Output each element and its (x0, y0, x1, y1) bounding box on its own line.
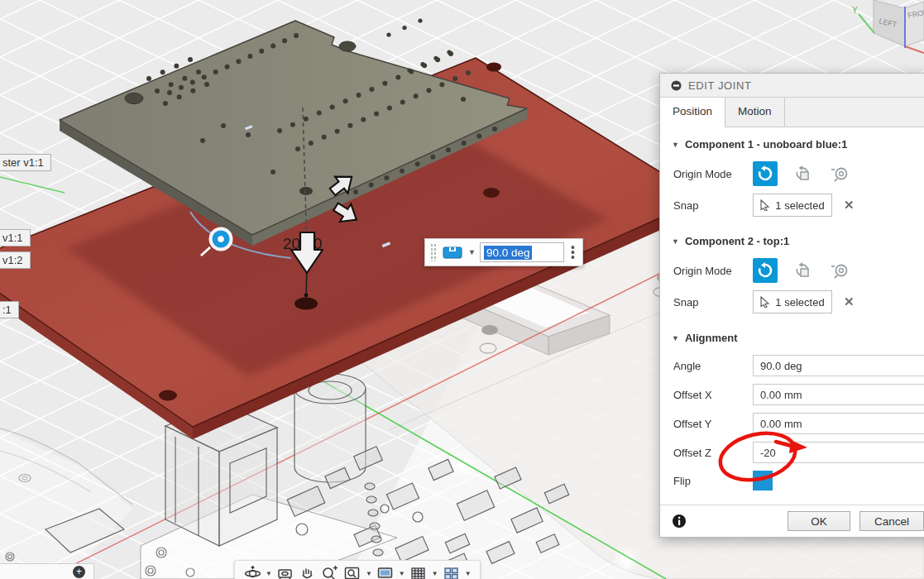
component-label-v11[interactable]: v1:1 (0, 229, 31, 246)
rigid-joint-icon (443, 245, 462, 260)
dialog-footer: OK Cancel (660, 505, 924, 537)
dialog-titlebar[interactable]: EDIT JOINT (660, 74, 924, 98)
tab-motion[interactable]: Motion (725, 98, 785, 127)
simple-origin-icon (757, 165, 773, 182)
cursor-icon (760, 296, 770, 308)
offset-z-field[interactable] (753, 442, 924, 463)
grid-caret-icon[interactable]: ▼ (431, 570, 439, 577)
origin-mode-two-edges-button-2[interactable] (827, 258, 852, 283)
collapse-triangle-icon: ▼ (672, 141, 679, 149)
navigation-toolbar: ▼ ▼ ▼ (234, 560, 481, 579)
viewports-icon[interactable] (442, 563, 462, 579)
offset-x-field[interactable] (753, 384, 924, 405)
origin-mode-label: Origin Mode (673, 265, 753, 277)
snap-label: Snap (673, 296, 753, 309)
comments-bar: + (0, 563, 94, 579)
display-caret-icon[interactable]: ▼ (398, 570, 406, 577)
between-two-edges-icon (831, 261, 849, 280)
offset-y-label: Offset Y (673, 418, 753, 430)
dialog-title: EDIT JOINT (688, 79, 752, 92)
orbit-caret-icon[interactable]: ▼ (265, 570, 273, 577)
snap-selection-component1[interactable]: 1 selected (753, 194, 832, 217)
view-cube-y-axis-label: Y (852, 6, 858, 15)
grid-settings-icon[interactable] (409, 563, 428, 579)
origin-mode-two-edges-button[interactable] (827, 161, 852, 186)
flip-label: Flip (673, 475, 753, 487)
orbit-icon[interactable] (242, 563, 262, 579)
look-at-icon[interactable] (275, 563, 295, 579)
clear-selection-icon[interactable]: ✕ (844, 198, 855, 213)
joint-type-caret[interactable]: ▼ (468, 249, 476, 256)
angle-value-selected-text: 90.0 deg (484, 246, 533, 260)
info-icon[interactable] (672, 514, 687, 529)
collapse-triangle-icon: ▼ (672, 334, 679, 342)
between-two-faces-icon (793, 261, 811, 280)
expand-plus-icon[interactable]: + (73, 566, 85, 578)
angle-label: Angle (673, 360, 753, 372)
fit-caret-icon[interactable]: ▼ (365, 570, 373, 577)
collapse-triangle-icon: ▼ (672, 237, 679, 246)
zoom-icon[interactable] (320, 563, 340, 579)
origin-mode-simple-button-2[interactable] (753, 258, 778, 283)
section-component2[interactable]: ▼ Component 2 - top:1 (660, 224, 924, 251)
origin-mode-between-faces-button[interactable] (790, 161, 815, 186)
more-options-menu[interactable]: ••• (568, 245, 577, 261)
origin-mode-between-faces-button-2[interactable] (790, 258, 815, 283)
snap-label: Snap (673, 199, 753, 212)
component-label-master[interactable]: ster v1:1 (0, 154, 51, 171)
joint-dialog-icon (671, 80, 682, 91)
ok-button[interactable]: OK (788, 511, 850, 531)
view-cube[interactable]: LEFT FRONT Y (850, 0, 924, 58)
display-settings-icon[interactable] (376, 563, 395, 579)
pan-icon[interactable] (298, 563, 318, 579)
simple-origin-icon (757, 262, 773, 279)
cursor-icon (760, 199, 770, 211)
component-label-1[interactable]: :1 (0, 301, 19, 318)
between-two-faces-icon (793, 165, 811, 183)
origin-mode-simple-button[interactable] (753, 161, 778, 186)
angle-field[interactable] (753, 355, 924, 376)
origin-mode-label: Origin Mode (673, 168, 753, 180)
cancel-button[interactable]: Cancel (859, 511, 924, 531)
snap-selection-component2[interactable]: 1 selected (753, 290, 832, 313)
offset-y-field[interactable] (753, 413, 924, 434)
angle-value-input[interactable]: 90.0 deg (480, 242, 564, 262)
section-component1[interactable]: ▼ Component 1 - unoboard blue:1 (660, 127, 924, 154)
viewports-caret-icon[interactable]: ▼ (464, 570, 472, 577)
offset-x-label: Offset X (673, 389, 753, 401)
joint-origin-marker[interactable] (209, 227, 233, 251)
component-label-v12[interactable]: v1:2 (0, 251, 31, 269)
fit-icon[interactable] (342, 563, 362, 579)
offset-z-label: Offset Z (673, 447, 753, 459)
tab-position[interactable]: Position (660, 98, 725, 127)
joint-value-toolbar: ▼ 90.0 deg ••• (424, 238, 583, 266)
edit-joint-dialog: EDIT JOINT Position Motion ▼ Component 1… (659, 73, 924, 538)
section-alignment[interactable]: ▼ Alignment (660, 321, 924, 347)
clear-selection-icon[interactable]: ✕ (844, 294, 855, 309)
joint-type-button[interactable] (441, 243, 464, 261)
dialog-tabs: Position Motion (660, 98, 924, 127)
flip-checkbox[interactable] (753, 471, 773, 490)
between-two-edges-icon (831, 165, 849, 183)
drag-handle[interactable] (430, 243, 437, 261)
